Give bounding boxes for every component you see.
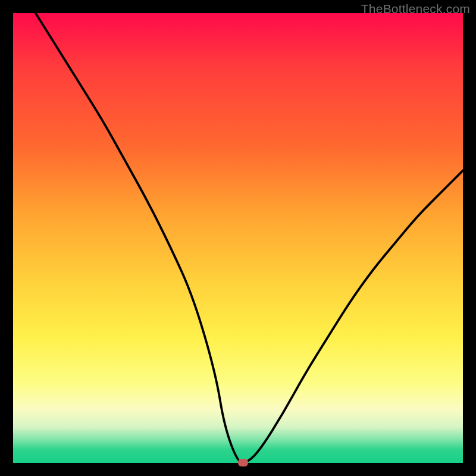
watermark-text: TheBottleneck.com <box>361 2 470 16</box>
optimum-marker <box>238 459 248 466</box>
chart-frame: TheBottleneck.com <box>0 0 476 476</box>
plot-area <box>13 13 463 463</box>
bottleneck-curve <box>13 13 463 463</box>
